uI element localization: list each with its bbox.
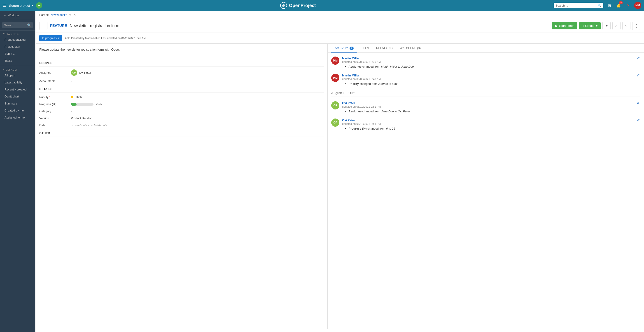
more-icon: ⋮: [634, 23, 638, 28]
sidebar-item-gantt-chart[interactable]: Gantt chart: [0, 93, 35, 100]
sidebar-item-sprint1[interactable]: Sprint 1: [0, 50, 35, 57]
global-search[interactable]: 🔍: [554, 3, 603, 8]
share-button[interactable]: ⤢: [612, 22, 620, 30]
accountable-field-row: Accountable -: [39, 79, 324, 83]
activity-badge: 2: [350, 47, 354, 50]
watch-button[interactable]: 👁: [602, 22, 610, 30]
status-label: In progress: [42, 36, 57, 40]
expand-icon: ⤡: [625, 24, 628, 28]
project-selector[interactable]: Scrum project ▾: [9, 4, 33, 8]
activity-user-3[interactable]: Martin Miller: [342, 57, 360, 60]
sidebar-item-project-plan[interactable]: Project plan: [0, 43, 35, 50]
sidebar-item-summary[interactable]: Summary: [0, 100, 35, 107]
edit-parent-icon[interactable]: ✎: [69, 13, 72, 17]
assignee-field-row: Assignee OP Ovi Peter: [39, 69, 324, 76]
avatar[interactable]: MM: [634, 2, 641, 9]
activity-time-3: updated on 03/09/2021 9:30 AM: [342, 60, 640, 64]
wp-title: Newsletter registration form: [70, 24, 119, 28]
expand-button[interactable]: ⤡: [622, 22, 630, 30]
logo-text: OpenProject: [289, 3, 316, 8]
details-section: DETAILS Priority * High Progress (%): [39, 87, 324, 127]
wp-header-right: ▶ Start timer + Create ▾ 👁 ⤢ ⤡ ⋮: [552, 22, 640, 30]
parent-link[interactable]: New website: [50, 13, 67, 17]
status-arrow-icon: ▾: [58, 36, 60, 40]
sidebar-item-created-by-me[interactable]: Created by me: [0, 107, 35, 114]
sidebar-item-latest-activity[interactable]: Latest activity: [0, 79, 35, 86]
sidebar-title: Work pa...: [8, 14, 21, 17]
start-timer-button[interactable]: ▶ Start timer: [552, 22, 578, 29]
other-section: OTHER: [39, 131, 324, 137]
add-button[interactable]: +: [36, 2, 42, 9]
activity-hash-5: #5: [637, 101, 640, 105]
back-arrow-icon: ←: [3, 14, 6, 17]
more-options-button[interactable]: ⋮: [632, 22, 640, 30]
sidebar-item-recently-created[interactable]: Recently created: [0, 86, 35, 93]
topbar: ☰ Scrum project ▾ + OpenProject 🔍 ⊞ 🔔 59…: [0, 0, 644, 11]
priority-value[interactable]: High: [71, 95, 324, 99]
sidebar-back-btn[interactable]: ← Work pa...: [0, 11, 35, 20]
default-section-header[interactable]: ▾ DEFAULT: [0, 66, 35, 72]
sidebar-item-assigned-to-me[interactable]: Assigned to me: [0, 114, 35, 121]
activity-header-4: Martin Miller #4: [342, 74, 640, 77]
sidebar-divider: [0, 65, 35, 65]
date-label: Date: [39, 123, 71, 127]
activity-content-4: Martin Miller #4 updated on 03/09/2021 9…: [342, 74, 640, 85]
favorite-section-header[interactable]: ▾ FAVORITE: [0, 31, 35, 36]
tab-files[interactable]: FILES: [357, 44, 372, 53]
version-field-row: Version Product Backlog: [39, 116, 324, 120]
close-parent-icon[interactable]: ✕: [74, 13, 76, 17]
activity-user-5[interactable]: Ovi Peter: [342, 101, 355, 105]
tab-relations[interactable]: RELATIONS: [372, 44, 396, 53]
activity-list: MM Martin Miller #3 updated on 03/09/202…: [328, 53, 644, 139]
date-value[interactable]: no start date - no finish date: [71, 123, 324, 127]
progress-bar-fill: [71, 103, 76, 106]
parent-label: Parent:: [39, 13, 49, 17]
wp-header-left: ← FEATURE Newsletter registration form: [39, 22, 119, 30]
wp-type-badge: FEATURE: [50, 24, 67, 28]
activity-header-6: Ovi Peter #6: [342, 118, 640, 122]
activity-user-4[interactable]: Martin Miller: [342, 74, 360, 77]
search-input[interactable]: [556, 4, 596, 7]
category-value[interactable]: -: [71, 109, 324, 113]
activity-item-3: MM Martin Miller #3 updated on 03/09/202…: [331, 57, 640, 68]
version-label: Version: [39, 116, 71, 120]
assignee-value[interactable]: OP Ovi Peter: [71, 69, 324, 76]
notifications-button[interactable]: 🔔 59: [615, 2, 622, 9]
help-button[interactable]: ❓: [624, 2, 632, 9]
create-button[interactable]: + Create ▾: [579, 22, 601, 29]
topbar-center: OpenProject: [45, 2, 551, 9]
activity-user-6[interactable]: Ovi Peter: [342, 118, 355, 122]
play-icon: ▶: [555, 24, 558, 28]
sidebar-item-all-open[interactable]: All open: [0, 72, 35, 79]
activity-avatar-op-6: OP: [331, 118, 340, 127]
wp-back-button[interactable]: ←: [39, 22, 48, 30]
menu-icon[interactable]: ☰: [3, 3, 6, 8]
sidebar-search-input[interactable]: [4, 24, 26, 27]
priority-dot: [71, 96, 73, 98]
wp-left-panel: Please update the newsletter registratio…: [36, 44, 328, 328]
activity-change-6: Progress (%) changed from 0 to 25: [342, 127, 640, 130]
priority-field-row: Priority * High: [39, 95, 324, 99]
app-logo: OpenProject: [280, 2, 316, 9]
progress-field-row: Progress (%) 25%: [39, 102, 324, 106]
parent-bar: Parent: New website ✎ ✕: [36, 11, 644, 19]
sidebar-search-box[interactable]: 🔍: [2, 22, 33, 28]
grid-icon-button[interactable]: ⊞: [606, 2, 613, 9]
activity-time-6: updated on 08/10/2021 2:54 PM: [342, 122, 640, 125]
assignee-avatar: OP: [71, 69, 77, 76]
tab-watchers[interactable]: WATCHERS (3): [396, 44, 424, 53]
watch-icon: 👁: [605, 24, 608, 28]
progress-value[interactable]: 25%: [71, 102, 324, 106]
activity-hash-6: #6: [637, 118, 640, 122]
favorite-collapse-icon: ▾: [3, 32, 5, 35]
status-badge[interactable]: In progress ▾: [39, 35, 62, 41]
sidebar-search-icon: 🔍: [27, 23, 31, 27]
sidebar-item-tasks[interactable]: Tasks: [0, 57, 35, 64]
sidebar: ← Work pa... 🔍 ▾ FAVORITE Product backlo…: [0, 11, 35, 332]
sidebar-search-area: 🔍: [0, 20, 35, 31]
tab-activity[interactable]: ACTIVITY 2: [331, 44, 357, 53]
accountable-value[interactable]: -: [71, 79, 324, 83]
date-field-row: Date no start date - no finish date: [39, 123, 324, 127]
sidebar-item-product-backlog[interactable]: Product backlog: [0, 36, 35, 43]
version-value[interactable]: Product Backlog: [71, 116, 324, 120]
